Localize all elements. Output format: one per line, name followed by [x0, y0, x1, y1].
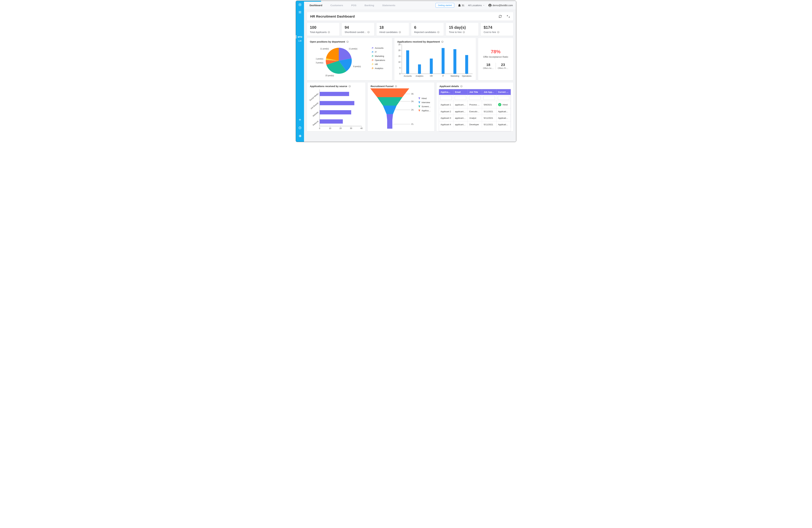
kpi-value: 18 — [379, 25, 406, 30]
svg-text:Marketing: Marketing — [451, 75, 459, 77]
main-area: Dashboard Customers POS Banking Statemen… — [304, 1, 516, 142]
offers-provided-value: 23 — [497, 63, 509, 67]
add-icon[interactable] — [298, 118, 302, 122]
svg-text:0: 0 — [319, 127, 320, 129]
svg-text:HR: HR — [430, 75, 433, 77]
user-menu[interactable]: demo@boldbi.com — [488, 4, 513, 7]
nav-tab-statements[interactable]: Statements — [382, 4, 395, 7]
svg-text:24.1%: 24.1% — [411, 100, 414, 102]
column-filter-input[interactable] — [498, 96, 509, 100]
column-filter-input[interactable] — [455, 96, 466, 100]
card-title: Applications received by department — [397, 40, 440, 43]
info-icon[interactable] — [346, 41, 349, 43]
column-filter-input[interactable] — [483, 96, 495, 100]
info-icon[interactable] — [348, 85, 351, 87]
svg-text:Social Media: Social Media — [309, 92, 319, 102]
table-header[interactable]: Current status — [496, 89, 511, 95]
offers-accepted-value: 18 — [482, 63, 495, 67]
horizontal-bar-chart[interactable]: 010203040Social MediaJob BoardsWebsiteRe… — [308, 88, 363, 130]
svg-text:Website: Website — [312, 111, 319, 117]
funnel-legend: Hired Interview Screeni… Applica… — [418, 97, 432, 113]
info-icon[interactable] — [460, 85, 463, 87]
table-row[interactable]: Applicant 4applicant44…Developer5/11/202… — [439, 122, 511, 128]
table-row[interactable]: Applicant 1applicant11…Process Ass…5/8/2… — [439, 101, 511, 108]
legend-label: HR — [375, 63, 378, 66]
table-row[interactable]: Applicant 2applicant22…Executive O…5/11/… — [439, 108, 511, 115]
nav-tab-customers[interactable]: Customers — [330, 4, 343, 7]
sidebar-tab-mtd[interactable]: MTD — [296, 35, 304, 39]
getting-started-button[interactable]: Getting started — [436, 3, 454, 8]
info-icon[interactable] — [399, 31, 401, 33]
nav-tab-dashboard[interactable]: Dashboard — [309, 4, 322, 7]
table-header[interactable]: Applicant Na… — [439, 89, 453, 95]
settings-gear-icon[interactable] — [298, 134, 302, 138]
offers-accepted-label: Offers Ac… — [482, 67, 495, 69]
table-header[interactable]: Job Title — [468, 89, 482, 95]
legend-label: Interview — [422, 101, 430, 104]
legend-item[interactable]: Accounts — [371, 47, 389, 49]
checkmark-icon — [498, 103, 501, 106]
hamburger-menu-icon[interactable] — [298, 11, 302, 14]
column-filter-input[interactable] — [440, 96, 452, 100]
legend-item[interactable]: Operations — [371, 59, 389, 61]
app-logo-icon — [298, 3, 302, 6]
info-icon[interactable] — [437, 31, 439, 33]
applications-by-source-card: Applications received by source 01020304… — [307, 83, 365, 131]
legend-item[interactable]: Interview — [418, 101, 432, 104]
refresh-icon[interactable] — [498, 15, 502, 18]
table-header[interactable]: Email — [453, 89, 467, 95]
column-filter-input[interactable] — [469, 96, 480, 100]
svg-text:Accounts: Accounts — [404, 75, 412, 77]
sidebar-tab-lm[interactable]: LM — [296, 39, 304, 43]
svg-text:10: 10 — [329, 127, 331, 129]
svg-point-8 — [490, 4, 491, 5]
bar-chart[interactable]: 0510152025AccountsAnalyticsHRITMarketing… — [396, 44, 474, 79]
applicant-table: Applicant Na…EmailJob TitleJob Applied …… — [439, 89, 511, 128]
kpi-value: 6 — [414, 25, 441, 30]
legend-item[interactable]: IT — [371, 51, 389, 53]
svg-rect-56 — [418, 64, 421, 74]
kpi-label: Total Applicants — [310, 31, 327, 33]
legend-item[interactable]: Screeni… — [418, 105, 432, 108]
kpi-card-5: $174 Cost to hire — [481, 23, 513, 36]
legend-item[interactable]: Analytics — [371, 67, 389, 70]
legend-item[interactable]: Marketing — [371, 55, 389, 57]
info-icon[interactable] — [497, 31, 499, 33]
table-row[interactable]: Applicant 3applicant33…Analyst5/11/2021A… — [439, 115, 511, 122]
legend-item[interactable]: HR — [371, 63, 389, 66]
offer-ratio-label: Offer Acceptance Ratio — [483, 55, 508, 58]
card-title: Applications received by source — [310, 85, 347, 88]
legend-item[interactable]: Applica… — [418, 109, 432, 112]
svg-text:Referral: Referral — [312, 120, 319, 126]
svg-text:15: 15 — [398, 55, 401, 57]
nav-tab-banking[interactable]: Banking — [364, 4, 374, 7]
nav-tab-pos[interactable]: POS — [351, 4, 357, 7]
svg-text:9 post(s): 9 post(s) — [353, 65, 361, 68]
pie-chart[interactable]: 11 post(s)9 post(s)15 post(s)3 post(s)1 … — [308, 43, 365, 79]
notifications-button[interactable]: 31 — [458, 4, 464, 7]
info-icon[interactable] — [367, 31, 369, 33]
table-header[interactable]: Job Applied … — [482, 89, 496, 95]
svg-text:Operations: Operations — [462, 75, 472, 77]
legend-label: Screeni… — [422, 105, 431, 108]
funnel-chart[interactable]: 30…24.1%24.1%21… — [369, 87, 414, 130]
kpi-row: 100 Total Applicants 94 Shortlisted cand… — [307, 23, 513, 36]
left-sidebar: MTD LM — [296, 1, 304, 142]
svg-text:15 post(s): 15 post(s) — [325, 74, 334, 77]
info-icon[interactable] — [328, 31, 330, 33]
legend-item[interactable]: Hired — [418, 97, 432, 100]
locations-dropdown[interactable]: All Locations — [468, 4, 485, 7]
legend-label: Operations — [375, 59, 385, 61]
card-title: Applicant details — [439, 85, 459, 88]
kpi-card-2: 18 Hired candidates — [376, 23, 409, 36]
help-icon[interactable] — [298, 126, 302, 129]
info-icon[interactable] — [463, 31, 465, 33]
svg-rect-92 — [320, 119, 343, 124]
svg-text:40: 40 — [360, 127, 363, 129]
legend-pie-icon — [371, 59, 374, 61]
page-title: HR Recruitment Dashboard — [310, 14, 355, 18]
info-icon[interactable] — [395, 85, 397, 87]
info-icon[interactable] — [441, 41, 444, 43]
compress-icon[interactable] — [507, 15, 510, 18]
svg-text:IT: IT — [442, 75, 444, 77]
